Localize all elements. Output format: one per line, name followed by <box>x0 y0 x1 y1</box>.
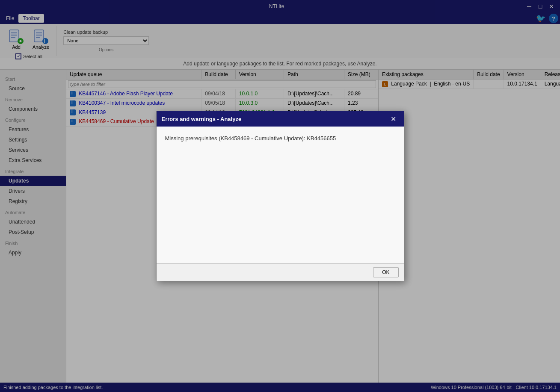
modal-title: Errors and warnings - Analyze <box>162 116 242 122</box>
modal-overlay: Errors and warnings - Analyze ✕ Missing … <box>0 0 560 392</box>
modal-close-button[interactable]: ✕ <box>388 114 399 124</box>
modal-dialog: Errors and warnings - Analyze ✕ Missing … <box>156 111 404 281</box>
modal-title-bar: Errors and warnings - Analyze ✕ <box>157 111 404 127</box>
modal-ok-button[interactable]: OK <box>373 267 398 277</box>
modal-content: Missing prerequisites (KB4458469 - Cumul… <box>157 127 404 263</box>
modal-footer: OK <box>157 263 404 281</box>
modal-message: Missing prerequisites (KB4458469 - Cumul… <box>165 135 336 141</box>
